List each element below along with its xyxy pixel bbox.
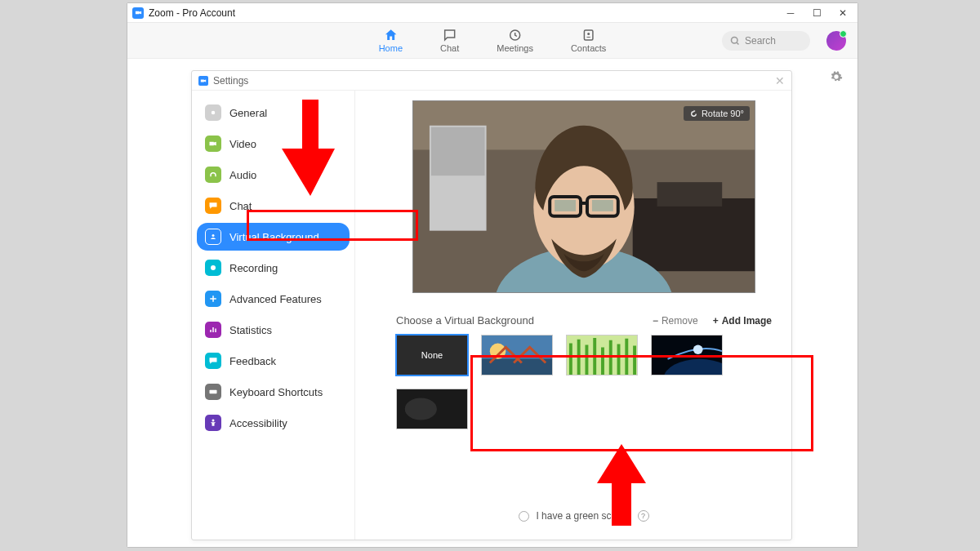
home-icon: [383, 28, 398, 42]
add-image-button[interactable]: +Add Image: [713, 315, 772, 327]
sidebar-item-label: Audio: [229, 169, 256, 181]
sidebar-item-video[interactable]: Video: [197, 130, 350, 158]
sidebar-item-label: Advanced Features: [229, 293, 322, 305]
minimize-button[interactable]: ─: [784, 7, 797, 20]
sidebar-item-label: Virtual Background: [229, 231, 319, 243]
svg-point-5: [212, 234, 215, 237]
nav-tab-home[interactable]: Home: [376, 26, 406, 55]
background-thumbnails: None: [396, 335, 747, 429]
sidebar-item-general[interactable]: General: [197, 99, 350, 127]
sidebar-item-audio[interactable]: Audio: [197, 161, 350, 189]
window-controls: ─ ☐ ✕: [784, 7, 853, 20]
window-title: Zoom - Pro Account: [149, 7, 235, 19]
plus-icon: [205, 291, 221, 307]
zoom-logo-icon: [198, 76, 208, 86]
sidebar-item-feedback[interactable]: Feedback: [197, 347, 350, 375]
thumb-grass[interactable]: [566, 335, 638, 375]
svg-rect-12: [431, 127, 485, 176]
sidebar-item-label: Keyboard Shortcuts: [229, 386, 323, 398]
keyboard-icon: [205, 384, 221, 400]
svg-rect-20: [555, 200, 576, 211]
rotate-button[interactable]: Rotate 90°: [684, 106, 750, 121]
close-button[interactable]: ✕: [836, 7, 849, 20]
greenscreen-checkbox[interactable]: [519, 511, 529, 522]
headphones-icon: [205, 167, 221, 183]
sidebar-item-keyboard[interactable]: Keyboard Shortcuts: [197, 378, 350, 406]
thumb-dark[interactable]: [396, 389, 468, 429]
sidebar-item-label: Feedback: [229, 355, 276, 367]
nav-tab-contacts[interactable]: Contacts: [568, 26, 609, 55]
sidebar-item-chat[interactable]: Chat: [197, 192, 350, 220]
zoom-logo-icon: [132, 7, 144, 19]
rotate-icon: [689, 109, 698, 118]
speech-icon: [205, 198, 221, 214]
nav-tab-meetings[interactable]: Meetings: [493, 26, 537, 55]
sidebar-item-label: Accessibility: [229, 417, 287, 429]
feedback-icon: [205, 353, 221, 369]
svg-rect-13: [633, 198, 755, 271]
accessibility-icon: [205, 415, 221, 431]
greenscreen-label: I have a green screen: [536, 510, 630, 522]
thumb-none[interactable]: None: [396, 335, 468, 375]
settings-title: Settings: [213, 75, 248, 87]
person-icon: [205, 229, 221, 245]
svg-point-3: [732, 37, 738, 43]
contacts-icon: [581, 28, 596, 42]
sidebar-item-accessibility[interactable]: Accessibility: [197, 409, 350, 437]
gear-icon: [205, 104, 221, 121]
nav-tab-chat[interactable]: Chat: [437, 26, 462, 55]
sidebar-item-label: Video: [229, 138, 256, 150]
svg-rect-14: [657, 182, 723, 207]
close-icon[interactable]: ✕: [775, 74, 785, 87]
content-area: Settings ✕ General Video Audio Chat Virt…: [127, 59, 858, 547]
svg-point-28: [693, 345, 703, 355]
sidebar-item-label: Recording: [229, 262, 278, 274]
help-icon[interactable]: ?: [638, 510, 649, 522]
chat-icon: [443, 28, 457, 42]
sidebar-item-label: Statistics: [229, 324, 272, 336]
sidebar-item-label: Chat: [229, 200, 252, 212]
thumb-bridge[interactable]: [481, 335, 553, 375]
stats-icon: [205, 322, 221, 338]
sidebar-item-virtual-background[interactable]: Virtual Background: [197, 223, 350, 251]
avatar[interactable]: [826, 31, 846, 51]
zoom-app-window: Zoom - Pro Account ─ ☐ ✕ Home Chat Meeti…: [127, 2, 858, 548]
svg-rect-7: [210, 390, 217, 394]
top-nav: Home Chat Meetings Contacts Search: [127, 23, 858, 59]
titlebar: Zoom - Pro Account ─ ☐ ✕: [127, 3, 858, 23]
svg-point-4: [212, 111, 216, 115]
svg-point-8: [212, 420, 215, 422]
camera-icon: [205, 136, 221, 152]
svg-point-2: [587, 33, 590, 35]
svg-point-6: [211, 265, 216, 270]
settings-sidebar: General Video Audio Chat Virtual Backgro…: [192, 91, 355, 540]
search-input[interactable]: Search: [722, 31, 810, 51]
svg-rect-21: [592, 200, 613, 211]
thumb-space[interactable]: [651, 335, 723, 375]
search-icon: [730, 36, 740, 46]
sidebar-item-recording[interactable]: Recording: [197, 254, 350, 282]
sidebar-item-label: General: [229, 107, 267, 119]
maximize-button[interactable]: ☐: [810, 7, 823, 20]
remove-button[interactable]: −Remove: [653, 315, 698, 327]
video-preview: Rotate 90°: [412, 100, 755, 293]
settings-titlebar: Settings ✕: [192, 71, 791, 91]
choose-bg-label: Choose a Virtual Background: [396, 314, 534, 327]
gear-icon[interactable]: [830, 70, 843, 87]
sidebar-item-statistics[interactable]: Statistics: [197, 316, 350, 344]
svg-point-30: [405, 398, 437, 420]
clock-icon: [508, 28, 523, 42]
record-icon: [205, 260, 221, 276]
sidebar-item-advanced[interactable]: Advanced Features: [197, 285, 350, 313]
settings-window: Settings ✕ General Video Audio Chat Virt…: [191, 70, 792, 540]
